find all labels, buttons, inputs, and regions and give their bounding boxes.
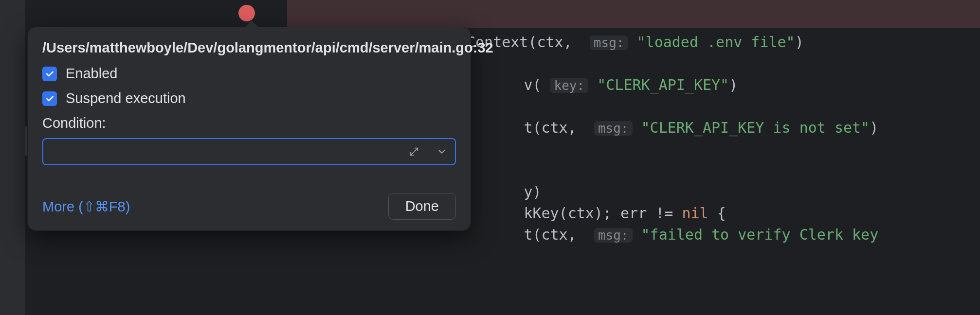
- expand-input-button[interactable]: [400, 139, 428, 164]
- code-token: ): [870, 119, 878, 136]
- condition-history-button[interactable]: [428, 139, 455, 164]
- suspend-row[interactable]: Suspend execution: [42, 90, 456, 106]
- param-hint: msg:: [594, 121, 633, 136]
- code-token: "failed to verify Clerk key: [641, 226, 879, 243]
- condition-label: Condition:: [42, 115, 456, 131]
- chevron-down-icon: [436, 146, 447, 157]
- breakpoint-icon[interactable]: [238, 5, 255, 21]
- done-button[interactable]: Done: [388, 193, 456, 220]
- param-hint: msg:: [594, 228, 633, 243]
- breakpoint-popover: /Users/matthewboyle/Dev/golangmentor/api…: [27, 27, 471, 231]
- enabled-label: Enabled: [66, 66, 117, 82]
- code-line: t(ctx, msg: "failed to verify Clerk key: [471, 192, 878, 278]
- code-token: "CLERK_API_KEY is not set": [641, 119, 870, 136]
- suspend-checkbox[interactable]: [42, 91, 57, 106]
- editor-background: slog.DebugContext(ctx, msg: "loaded .env…: [0, 0, 980, 315]
- popover-footer: More (⇧⌘F8) Done: [42, 193, 456, 220]
- condition-field[interactable]: [42, 138, 456, 165]
- check-icon: [45, 69, 54, 79]
- check-icon: [45, 94, 54, 104]
- tool-rail: [0, 0, 25, 315]
- condition-input[interactable]: [43, 139, 400, 164]
- breakpoint-path: /Users/matthewboyle/Dev/golangmentor/api…: [42, 40, 456, 56]
- code-token: t(ctx,: [524, 119, 576, 136]
- suspend-label: Suspend execution: [66, 90, 186, 106]
- more-link[interactable]: More (⇧⌘F8): [42, 198, 130, 215]
- enabled-row[interactable]: Enabled: [42, 66, 456, 82]
- code-token: t(ctx,: [524, 226, 576, 243]
- enabled-checkbox[interactable]: [42, 67, 57, 81]
- expand-icon: [409, 146, 419, 157]
- code-token: ): [795, 34, 804, 51]
